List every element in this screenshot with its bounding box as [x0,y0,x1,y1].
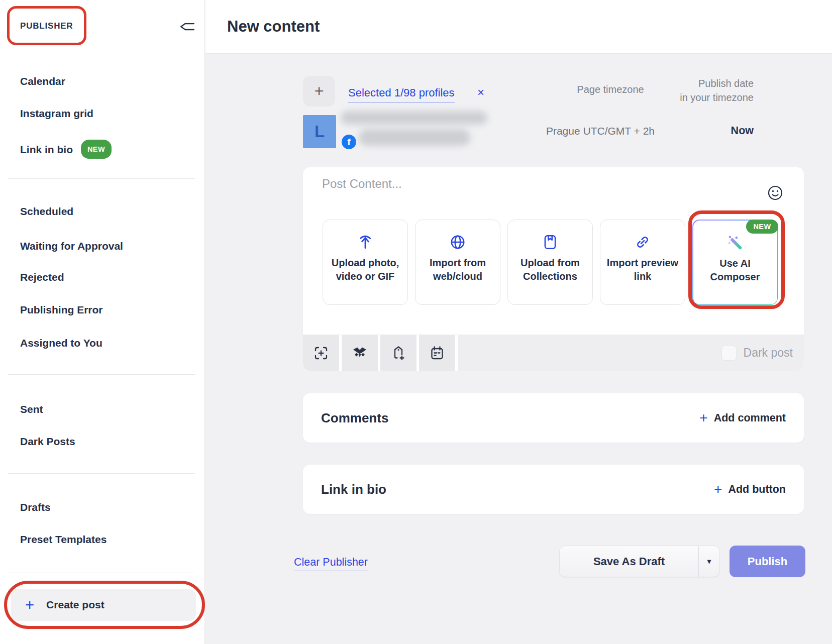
sidebar-item-scheduled[interactable]: Scheduled [20,205,73,218]
main-header: New content [205,0,832,54]
dark-post-checkbox[interactable] [721,346,737,361]
sidebar-item-waiting-for-approval[interactable]: Waiting for Approval [20,240,123,253]
redacted-profile-name [341,111,487,125]
plus-icon: + [315,82,324,100]
link-in-bio-section: Link in bio + Add button [303,465,804,514]
facebook-icon: f [342,135,356,149]
collapse-sidebar-icon[interactable] [180,20,196,34]
selected-profiles-link[interactable]: Selected 1/98 profiles [348,86,455,103]
sidebar: PUBLISHER Calendar Instagram grid Link i… [0,0,205,644]
sidebar-item-preset-templates[interactable]: Preset Templates [20,533,107,546]
add-button-button[interactable]: + Add button [714,482,786,496]
composer-toolbar: Dark post [303,335,804,371]
sidebar-title: PUBLISHER [20,21,73,31]
page-timezone-value: Prague UTC/GMT + 2h [546,125,655,137]
sidebar-item-rejected[interactable]: Rejected [20,271,64,284]
upload-icon [357,233,374,251]
link-icon [634,233,651,251]
post-content-input[interactable]: Post Content... [322,177,402,191]
import-web-cloud-card[interactable]: Import fromweb/cloud [415,220,500,305]
sidebar-item-link-in-bio[interactable]: Link in bioNEW [20,140,112,159]
save-as-draft-button[interactable]: Save As Draft ▾ [559,546,720,577]
comments-title: Comments [321,410,388,426]
sidebar-item-dark-posts[interactable]: Dark Posts [20,435,75,448]
plus-icon: + [25,597,34,613]
tag-add-icon[interactable] [380,335,417,371]
page-title: New content [227,18,320,36]
viewfinder-icon[interactable] [303,335,339,371]
page-timezone-label: Page timezone [577,84,644,95]
create-post-button[interactable]: + Create post [11,589,196,621]
globe-icon [449,233,466,251]
use-ai-composer-card[interactable]: NEW Use AIComposer [692,220,778,305]
plus-icon: + [699,411,707,425]
sidebar-item-calendar[interactable]: Calendar [20,75,65,88]
divider [8,573,195,573]
sidebar-item-assigned-to-you[interactable]: Assigned to You [20,337,102,350]
dark-post-label: Dark post [744,346,793,360]
divider [8,374,195,375]
handshake-icon[interactable] [342,335,378,371]
divider [8,178,195,179]
comments-section: Comments + Add comment [303,393,804,443]
sidebar-item-sent[interactable]: Sent [20,403,43,416]
divider [8,473,195,474]
upload-media-card[interactable]: Upload photo,video or GIF [323,220,408,305]
smiley-icon[interactable] [767,185,783,201]
toolbar-spacer: Dark post [458,335,804,371]
plus-icon: + [714,482,722,496]
publish-button[interactable]: Publish [730,546,805,577]
clear-publisher-link[interactable]: Clear Publisher [294,556,368,571]
sidebar-item-publishing-error[interactable]: Publishing Error [20,303,103,316]
sidebar-item-drafts[interactable]: Drafts [20,501,51,514]
add-comment-button[interactable]: + Add comment [699,411,786,425]
new-badge: NEW [81,140,112,159]
chevron-down-icon[interactable]: ▾ [698,546,719,577]
avatar: L [303,115,336,148]
publish-date-label: Publish date in your timezone [680,76,754,104]
redacted-page-name [359,129,470,146]
add-profile-button[interactable]: + [303,76,335,106]
publish-date-value: Now [731,125,754,137]
sidebar-item-instagram-grid[interactable]: Instagram grid [20,107,93,120]
magic-wand-icon [726,234,744,252]
new-badge: NEW [746,220,778,234]
link-in-bio-title: Link in bio [321,482,386,497]
upload-collections-card[interactable]: Upload fromCollections [507,220,593,305]
import-preview-link-card[interactable]: Import previewlink [600,220,685,305]
calendar-icon[interactable] [419,335,455,371]
close-icon[interactable]: × [477,85,484,99]
collections-icon [542,233,559,251]
